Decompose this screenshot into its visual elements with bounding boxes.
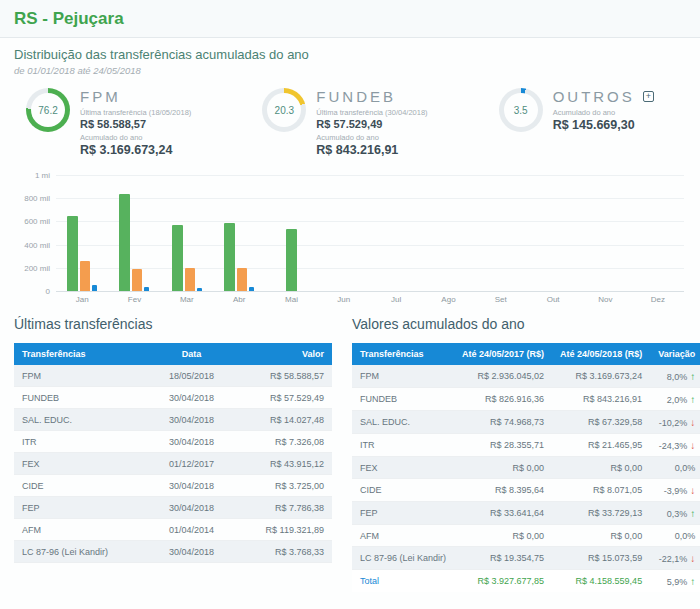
accum-2017-value: R$ 28.355,71 [454, 434, 552, 457]
accum-2018-value: R$ 15.073,59 [552, 547, 650, 570]
bar-fpm-jan[interactable] [67, 216, 78, 291]
chart-plot-area: 1 mi800 mil600 mil400 mil200 mil0 [56, 175, 684, 291]
fpm-line-0-label: Última transferência (18/05/2018) [80, 108, 191, 117]
bar-outros-fev[interactable] [144, 287, 149, 291]
accum-variation: 2,0%↑ [650, 388, 700, 411]
variation-percent: -22,1% [659, 554, 688, 564]
variation-up-arrow-icon: ↑ [690, 576, 695, 587]
latest-cell-0-2: R$ 58.588,57 [232, 365, 332, 387]
accumulated-values-block: Valores acumulados do ano Transferências… [352, 316, 700, 592]
latest-table-row: FPM18/05/2018R$ 58.588,57 [14, 365, 332, 387]
accum-2017-value: R$ 33.641,64 [454, 502, 552, 525]
accum-table-row: FPMR$ 2.936.045,02R$ 3.169.673,248,0%↑ [352, 365, 700, 388]
accum-name: Total [352, 570, 454, 593]
fundeb-line-1-value: R$ 843.216,91 [316, 143, 427, 157]
bar-fpm-mai[interactable] [286, 229, 297, 291]
latest-cell-6-1: 30/04/2018 [151, 497, 233, 519]
bar-fpm-mar[interactable] [172, 225, 183, 291]
x-tick-ago: Ago [422, 295, 474, 304]
accum-2017-value: R$ 8.395,64 [454, 479, 552, 502]
bar-outros-mar[interactable] [197, 288, 202, 291]
accum-2017-value: R$ 826.916,36 [454, 388, 552, 411]
latest-cell-6-0: FEP [14, 497, 151, 519]
variation-down-arrow-icon: ↓ [690, 553, 695, 564]
latest-cell-2-0: SAL. EDUC. [14, 409, 151, 431]
bar-outros-abr[interactable] [249, 287, 254, 291]
x-tick-abr: Abr [213, 295, 265, 304]
latest-table-row: ITR30/04/2018R$ 7.326,08 [14, 431, 332, 453]
outros-stat-body: OUTROS+Acumulado do anoR$ 145.669,30 [553, 88, 654, 157]
month-group-set [475, 175, 527, 291]
latest-cell-5-0: CIDE [14, 475, 151, 497]
bar-fundeb-fev[interactable] [132, 269, 142, 291]
x-tick-fev: Fev [108, 295, 160, 304]
fpm-line-1-value: R$ 3.169.673,24 [80, 143, 191, 157]
latest-table-row: FUNDEB30/04/2018R$ 57.529,49 [14, 387, 332, 409]
latest-cell-8-2: R$ 3.768,33 [232, 541, 332, 563]
outros-expand-plus-icon[interactable]: + [643, 91, 654, 102]
latest-table-row: SAL. EDUC.30/04/2018R$ 14.027,48 [14, 409, 332, 431]
distribution-subtitle: Distribuição das transferências acumulad… [14, 47, 686, 62]
accum-2017-value: R$ 2.936.045,02 [454, 365, 552, 388]
x-tick-jan: Jan [56, 295, 108, 304]
month-group-mar [161, 175, 213, 291]
latest-col-header-2: Valor [232, 343, 332, 365]
accum-2018-value: R$ 4.158.559,45 [552, 570, 650, 593]
accum-name: AFM [352, 525, 454, 547]
latest-cell-2-1: 30/04/2018 [151, 409, 233, 431]
latest-header-row: TransferênciasDataValor [14, 343, 332, 365]
accum-name: SAL. EDUC. [352, 411, 454, 434]
latest-cell-5-1: 30/04/2018 [151, 475, 233, 497]
fundeb-percent-value: 20.3 [275, 105, 294, 116]
accum-variation: -10,2%↓ [650, 411, 700, 434]
page-root: RS - Pejuçara Distribuição das transferê… [0, 0, 700, 609]
accum-2018-value: R$ 0,00 [552, 525, 650, 547]
variation-up-arrow-icon: ↑ [690, 394, 695, 405]
accum-table-row: ITRR$ 28.355,71R$ 21.465,95-24,3%↓ [352, 434, 700, 457]
accum-col-header-0: Transferências [352, 343, 454, 365]
accum-2017-value: R$ 19.354,75 [454, 547, 552, 570]
tables-section: Últimas transferências TransferênciasDat… [0, 304, 700, 592]
latest-cell-3-0: ITR [14, 431, 151, 453]
bar-fundeb-mar[interactable] [185, 268, 195, 291]
accum-name: FEP [352, 502, 454, 525]
accum-variation: -24,3%↓ [650, 434, 700, 457]
stat-title-fpm: FPM [80, 88, 121, 105]
fundeb-donut-chart: 20.3 [262, 88, 306, 132]
outros-line-0-label: Acumulado do ano [553, 108, 654, 117]
latest-cell-1-0: FUNDEB [14, 387, 151, 409]
latest-cell-8-0: LC 87-96 (Lei Kandir) [14, 541, 151, 563]
y-tick-label: 0 [12, 287, 50, 296]
bar-outros-jan[interactable] [92, 285, 97, 291]
y-tick-label: 400 mil [12, 240, 50, 249]
latest-table-row: FEP30/04/2018R$ 7.786,38 [14, 497, 332, 519]
y-tick-label: 200 mil [12, 263, 50, 272]
month-group-dez [632, 175, 684, 291]
fpm-line-0-value: R$ 58.588,57 [80, 118, 191, 130]
chart-bars [56, 175, 684, 291]
accum-table-row: FUNDEBR$ 826.916,36R$ 843.216,912,0%↑ [352, 388, 700, 411]
accum-name: ITR [352, 434, 454, 457]
monthly-transfers-chart: 1 mi800 mil600 mil400 mil200 mil0 JanFev… [0, 165, 700, 304]
variation-percent: -10,2% [659, 418, 688, 428]
accum-table-row: AFMR$ 0,00R$ 0,000,0% [352, 525, 700, 547]
x-tick-out: Out [527, 295, 579, 304]
bar-fundeb-jan[interactable] [80, 261, 90, 291]
accum-col-header-1: Até 24/05/2017 (R$) [454, 343, 552, 365]
fundeb-line-0-label: Última transferência (30/04/2018) [316, 108, 427, 117]
variation-percent: 0,0% [675, 463, 696, 473]
x-tick-jul: Jul [370, 295, 422, 304]
month-group-ago [422, 175, 474, 291]
accum-variation: 5,9%↑ [650, 570, 700, 593]
accum-2018-value: R$ 3.169.673,24 [552, 365, 650, 388]
bar-fpm-fev[interactable] [119, 194, 130, 291]
fpm-line-1-label: Acumulado do ano [80, 133, 191, 142]
variation-down-arrow-icon: ↓ [690, 485, 695, 496]
latest-transfers-table: TransferênciasDataValorFPM18/05/2018R$ 5… [14, 343, 332, 563]
bar-fpm-abr[interactable] [224, 223, 235, 291]
latest-cell-7-0: AFM [14, 519, 151, 541]
accum-2018-value: R$ 0,00 [552, 457, 650, 479]
bar-fundeb-abr[interactable] [237, 268, 247, 291]
period-label: de 01/01/2018 até 24/05/2018 [14, 65, 686, 76]
variation-up-arrow-icon: ↑ [690, 508, 695, 519]
